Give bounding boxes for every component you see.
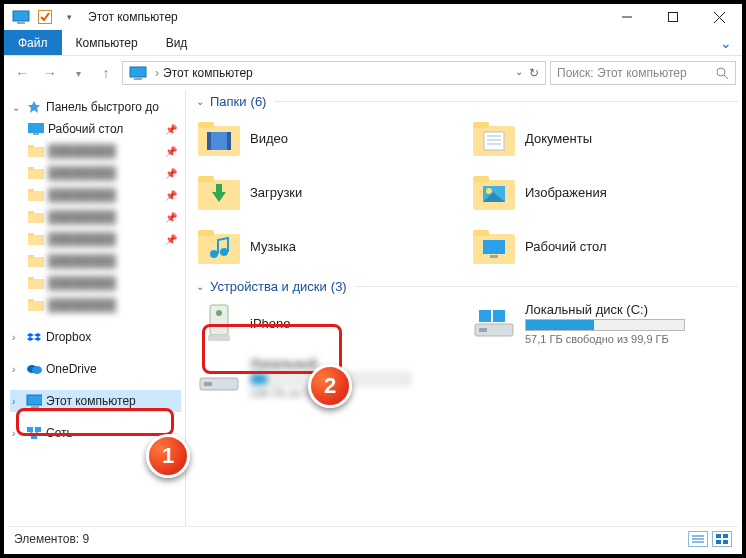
tab-computer[interactable]: Компьютер: [62, 30, 152, 55]
folder-label: Изображения: [525, 185, 607, 200]
minimize-button[interactable]: [604, 4, 650, 30]
svg-rect-39: [35, 427, 41, 432]
chevron-right-icon[interactable]: ›: [12, 428, 22, 439]
chevron-right-icon[interactable]: ›: [12, 396, 22, 407]
close-button[interactable]: [696, 4, 742, 30]
address-dropdown-icon[interactable]: ⌄: [515, 66, 523, 80]
folder-downloads[interactable]: Загрузки: [196, 169, 463, 215]
svg-rect-23: [28, 233, 34, 236]
nav-up-button[interactable]: ↑: [94, 61, 118, 85]
device-iphone[interactable]: iPhone: [196, 300, 463, 346]
device-c-drive[interactable]: Локальный диск (C:) 57,1 ГБ свободно из …: [471, 300, 738, 346]
nav-back-button[interactable]: ←: [10, 61, 34, 85]
tree-pinned-item[interactable]: ████████📌: [10, 140, 181, 162]
address-bar[interactable]: › Этот компьютер ⌄ ↻: [122, 61, 546, 85]
svg-rect-67: [473, 230, 489, 236]
chevron-down-icon[interactable]: ⌄: [12, 102, 22, 113]
folder-icon: [28, 187, 44, 203]
group-label: Папки: [210, 94, 247, 109]
device-icon: [198, 302, 240, 344]
tree-label: Сеть: [46, 426, 73, 440]
tree-pinned-item[interactable]: ████████: [10, 294, 181, 316]
group-header-folders[interactable]: ⌄ Папки (6): [196, 94, 738, 109]
ribbon-expand-icon[interactable]: ⌄: [720, 30, 742, 55]
svg-rect-4: [669, 13, 678, 22]
dropbox-icon: [26, 329, 42, 345]
folder-icon: [28, 275, 44, 291]
folder-pictures[interactable]: Изображения: [471, 169, 738, 215]
svg-rect-84: [716, 540, 721, 544]
svg-marker-33: [34, 337, 41, 341]
tab-view[interactable]: Вид: [152, 30, 202, 55]
svg-rect-16: [28, 169, 44, 179]
pc-icon: [10, 6, 32, 28]
tree-onedrive[interactable]: › OneDrive: [10, 358, 181, 380]
drive-sublabel: 196 ГБ св ГБ: [250, 387, 410, 399]
tree-pinned-item[interactable]: ████████: [10, 272, 181, 294]
svg-rect-17: [28, 167, 34, 170]
folder-label: Музыка: [250, 239, 296, 254]
tree-this-pc[interactable]: › Этот компьютер: [10, 390, 181, 412]
maximize-button[interactable]: [650, 4, 696, 30]
chevron-right-icon[interactable]: ›: [12, 332, 22, 343]
svg-rect-20: [28, 213, 44, 223]
device-other-drive[interactable]: Локальный 196 ГБ св ГБ: [196, 354, 463, 400]
tree-pinned-item[interactable]: ████████📌: [10, 184, 181, 206]
svg-rect-0: [13, 11, 29, 21]
svg-rect-69: [490, 255, 498, 258]
qat-checkbox-icon[interactable]: [34, 6, 56, 28]
tree-network[interactable]: › Сеть: [10, 422, 181, 444]
tree-desktop[interactable]: Рабочий стол 📌: [10, 118, 181, 140]
svg-line-10: [724, 75, 728, 79]
nav-forward-button[interactable]: →: [38, 61, 62, 85]
breadcrumb[interactable]: Этот компьютер: [163, 66, 253, 80]
tree-quick-access[interactable]: ⌄ Панель быстрого до: [10, 96, 181, 118]
search-input[interactable]: Поиск: Этот компьютер: [550, 61, 736, 85]
svg-rect-47: [227, 132, 231, 150]
svg-rect-58: [473, 176, 489, 182]
tree-pinned-item[interactable]: ████████📌: [10, 228, 181, 250]
svg-rect-12: [28, 123, 44, 133]
tree-pinned-item[interactable]: ████████📌: [10, 206, 181, 228]
svg-rect-75: [479, 310, 491, 322]
nav-tree: ⌄ Панель быстрого до Рабочий стол 📌 ████…: [4, 90, 186, 530]
folder-icon: [198, 225, 240, 267]
svg-point-60: [486, 188, 492, 194]
folder-desktop[interactable]: Рабочий стол: [471, 223, 738, 269]
qat-dropdown-icon[interactable]: ▾: [58, 6, 80, 28]
view-tiles-button[interactable]: [712, 531, 732, 547]
view-details-button[interactable]: [688, 531, 708, 547]
svg-rect-15: [28, 145, 34, 148]
drive-icon: [473, 302, 515, 344]
svg-point-71: [216, 310, 222, 316]
svg-line-41: [30, 432, 34, 434]
nav-recent-button[interactable]: ▾: [66, 61, 90, 85]
svg-rect-19: [28, 189, 34, 192]
chevron-right-icon[interactable]: ›: [12, 364, 22, 375]
folder-documents[interactable]: Документы: [471, 115, 738, 161]
folder-video[interactable]: Видео: [196, 115, 463, 161]
folder-icon: [28, 143, 44, 159]
svg-line-42: [34, 432, 38, 434]
svg-point-65: [220, 248, 228, 256]
drive-icon: [198, 356, 240, 398]
svg-marker-32: [27, 337, 34, 341]
svg-marker-31: [34, 333, 41, 337]
folder-icon: [198, 117, 240, 159]
group-header-devices[interactable]: ⌄ Устройства и диски (3): [196, 279, 738, 294]
tab-file[interactable]: Файл: [4, 30, 62, 55]
folder-music[interactable]: Музыка: [196, 223, 463, 269]
tree-pinned-item[interactable]: ████████📌: [10, 162, 181, 184]
group-count: (3): [331, 279, 347, 294]
tree-dropbox[interactable]: › Dropbox: [10, 326, 181, 348]
svg-rect-78: [204, 382, 212, 386]
svg-rect-83: [723, 534, 728, 538]
group-label: Устройства и диски: [210, 279, 327, 294]
pc-icon: [129, 66, 147, 80]
title-bar: ▾ Этот компьютер: [4, 4, 742, 30]
drive-label: Локальный диск (C:): [525, 302, 685, 317]
tree-pinned-item[interactable]: ████████: [10, 250, 181, 272]
refresh-button[interactable]: ↻: [529, 66, 539, 80]
svg-rect-72: [208, 335, 230, 341]
svg-rect-55: [198, 176, 214, 182]
